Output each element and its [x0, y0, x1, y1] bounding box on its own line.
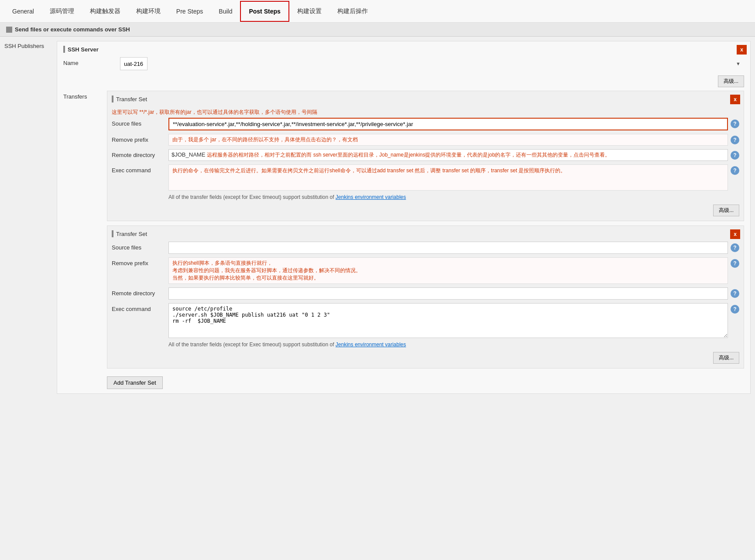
- remote-directory-row-1: Remote directory $JOB_NAME 远程服务器的相对路径，相对…: [112, 149, 739, 161]
- add-transfer-set-button[interactable]: Add Transfer Set: [107, 376, 163, 389]
- source-files-help-icon-1[interactable]: ?: [731, 120, 739, 128]
- source-files-control-2: ?: [168, 242, 739, 254]
- remote-directory-control-1: $JOB_NAME 远程服务器的相对路径，相对于之前配置的而 ssh serve…: [168, 149, 739, 161]
- transfers-content: x Transfer Set 这里可以写 **/*.jar，获取所有的jar，也…: [107, 91, 744, 389]
- remote-directory-help-icon-2[interactable]: ?: [731, 289, 739, 298]
- remote-directory-help-icon-1[interactable]: ?: [731, 151, 739, 160]
- section-icon: [6, 27, 12, 33]
- remove-prefix-label-1: Remove prefix: [112, 134, 168, 146]
- transfer-set-1-title: Transfer Set: [116, 96, 147, 102]
- remove-prefix-control-1: 由于，我是多个 jar，在不同的路径所以不支持，具体使用点击右边的？，有文档 ?: [168, 134, 739, 146]
- name-select[interactable]: uat-216: [120, 57, 148, 70]
- exec-command-row-2: Exec command ?: [112, 303, 739, 338]
- transfer-set-2-header: Transfer Set: [112, 230, 739, 237]
- section-title: Send files or execute commands over SSH: [15, 26, 130, 33]
- add-transfer-set-wrap: Add Transfer Set: [107, 373, 744, 389]
- ssh-server-title: SSH Server: [63, 46, 744, 53]
- exec-command-row-1: Exec command 执行的命令，在传输完文件之后进行。如果需要在拷贝文件之…: [112, 164, 739, 191]
- remove-prefix-row-1: Remove prefix 由于，我是多个 jar，在不同的路径所以不支持，具体…: [112, 134, 739, 146]
- remove-prefix-help-icon-2[interactable]: ?: [731, 259, 739, 268]
- remote-directory-label-2: Remote directory: [112, 287, 168, 299]
- transfer-set-1: x Transfer Set 这里可以写 **/*.jar，获取所有的jar，也…: [107, 91, 744, 221]
- transfer-set-2-bar-icon: [112, 230, 113, 237]
- source-files-row-1: Source files ?: [112, 118, 739, 130]
- exec-command-textarea-2[interactable]: [168, 303, 728, 338]
- main-content: SSH Publishers x SSH Server Name uat-216: [0, 37, 755, 401]
- remove-prefix-annotation-1: 由于，我是多个 jar，在不同的路径所以不支持，具体使用点击右边的？，有文档: [168, 134, 728, 146]
- remove-transfer-set-2-button[interactable]: x: [730, 229, 740, 239]
- exec-command-label-2: Exec command: [112, 303, 168, 315]
- source-files-row-2: Source files ?: [112, 242, 739, 254]
- nav-settings[interactable]: 构建设置: [289, 1, 329, 21]
- remote-directory-value-1: $JOB_NAME: [172, 151, 205, 158]
- ssh-publishers-content: x SSH Server Name uat-216: [57, 37, 755, 401]
- env-note-2: All of the transfer fields (except for E…: [168, 341, 739, 348]
- top-navigation: General 源码管理 构建触发器 构建环境 Pre Steps Build …: [0, 0, 755, 23]
- transfer-set-bar-icon: [112, 96, 113, 102]
- exec-command-annotation-1: 执行的命令，在传输完文件之后进行。如果需要在拷贝文件之前运行shell命令，可以…: [168, 164, 728, 191]
- remove-prefix-label-2: Remove prefix: [112, 257, 168, 269]
- advanced-wrap-2: 高级...: [112, 350, 739, 364]
- remove-prefix-annotation-2: 执行的shell脚本，多条语句直接换行就行， 考虑到兼容性的问题，我先在服务器写…: [168, 257, 728, 284]
- env-link-2[interactable]: Jenkins environment variables: [336, 341, 406, 348]
- remote-directory-annotation-1: 远程服务器的相对路径，相对于之前配置的而 ssh server里面的远程目录，J…: [207, 151, 610, 159]
- source-files-help-icon-2[interactable]: ?: [731, 243, 739, 252]
- remote-directory-input-2[interactable]: [168, 287, 728, 300]
- remove-prefix-help-icon-1[interactable]: ?: [731, 136, 739, 144]
- env-link-1[interactable]: Jenkins environment variables: [336, 194, 406, 200]
- nav-post-steps[interactable]: Post Steps: [240, 1, 289, 22]
- source-files-input-1[interactable]: [168, 118, 728, 130]
- advanced-wrap-1: 高级...: [112, 203, 739, 216]
- ssh-publishers-label: SSH Publishers: [0, 37, 57, 55]
- section-header: Send files or execute commands over SSH: [0, 23, 755, 37]
- nav-general[interactable]: General: [4, 2, 42, 21]
- source-files-label-1: Source files: [112, 118, 168, 130]
- transfer-set-2-title: Transfer Set: [116, 231, 147, 237]
- name-control-wrap: uat-216: [120, 57, 744, 70]
- remote-directory-row-2: Remote directory ?: [112, 287, 739, 300]
- nav-pre-steps[interactable]: Pre Steps: [168, 2, 211, 21]
- name-row: Name uat-216: [63, 57, 744, 70]
- source-files-label-2: Source files: [112, 242, 168, 253]
- remove-prefix-row-2: Remove prefix 执行的shell脚本，多条语句直接换行就行， 考虑到…: [112, 257, 739, 284]
- source-files-annotation: 这里可以写 **/*.jar，获取所有的jar，也可以通过具体的名字获取，多个语…: [112, 107, 739, 118]
- remove-ssh-server-button[interactable]: x: [737, 45, 747, 55]
- transfer-set-1-advanced-button[interactable]: 高级...: [713, 205, 739, 216]
- transfers-section: Transfers x Transfer Set 这里可以写 **: [63, 91, 744, 389]
- remove-transfer-set-1-button[interactable]: x: [730, 95, 740, 104]
- transfer-set-2: x Transfer Set Source files ?: [107, 225, 744, 369]
- exec-command-help-icon-1[interactable]: ?: [731, 166, 739, 175]
- nav-build[interactable]: Build: [211, 2, 240, 21]
- env-note-1: All of the transfer fields (except for E…: [168, 194, 739, 200]
- nav-trigger[interactable]: 构建触发器: [82, 1, 128, 21]
- transfer-set-2-advanced-button[interactable]: 高级...: [713, 352, 739, 364]
- name-label: Name: [63, 57, 120, 69]
- exec-command-control-1: 执行的命令，在传输完文件之后进行。如果需要在拷贝文件之前运行shell命令，可以…: [168, 164, 739, 191]
- nav-post-actions[interactable]: 构建后操作: [329, 1, 376, 21]
- transfer-set-1-header: Transfer Set: [112, 96, 739, 102]
- source-files-input-2[interactable]: [168, 242, 728, 254]
- title-bar-icon: [63, 46, 65, 53]
- transfers-label: Transfers: [63, 91, 107, 102]
- ssh-server-block: x SSH Server Name uat-216: [57, 41, 751, 394]
- remove-prefix-control-2: 执行的shell脚本，多条语句直接换行就行， 考虑到兼容性的问题，我先在服务器写…: [168, 257, 739, 284]
- source-files-control-1: ?: [168, 118, 739, 130]
- nav-source[interactable]: 源码管理: [42, 1, 82, 21]
- exec-command-label-1: Exec command: [112, 164, 168, 176]
- remote-directory-control-2: ?: [168, 287, 739, 300]
- remote-directory-label-1: Remote directory: [112, 149, 168, 161]
- nav-env[interactable]: 构建环境: [128, 1, 168, 21]
- exec-command-control-2: ?: [168, 303, 739, 338]
- ssh-server-advanced-button[interactable]: 高级...: [718, 75, 744, 87]
- exec-command-help-icon-2[interactable]: ?: [731, 305, 739, 314]
